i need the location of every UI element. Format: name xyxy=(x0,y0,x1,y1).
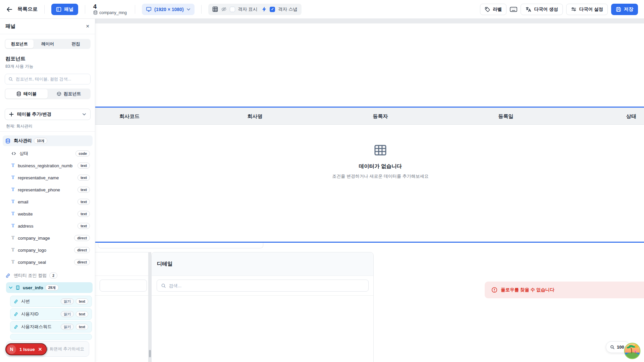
panel-button-label: 패널 xyxy=(64,6,73,12)
divider xyxy=(0,131,95,132)
column-row[interactable]: T representative_phone text xyxy=(9,184,93,195)
grid-column-header[interactable]: 회사명 xyxy=(192,113,318,120)
error-toast: 플로우를 찾을 수 없습니다 xyxy=(485,282,644,298)
save-button[interactable]: 저장 xyxy=(611,4,638,15)
count-badge: 2 xyxy=(49,273,57,279)
type-badge: text xyxy=(77,175,90,181)
plus-icon xyxy=(9,112,14,117)
eye-off-icon xyxy=(221,6,227,12)
design-canvas[interactable]: 회사코드 회사명 등록자 등록일 상태 데이터가 없습니다 조건을 변경하거나 … xyxy=(0,19,644,362)
detail-search-box[interactable] xyxy=(157,280,369,292)
save-floppy-icon xyxy=(616,7,621,12)
panel-tabs: 컴포넌트 레이어 편집 xyxy=(5,39,91,49)
detail-header: 디테일 xyxy=(152,252,373,276)
table-group-row[interactable]: 회사관리 10개 xyxy=(3,135,93,146)
divider xyxy=(135,5,135,14)
text-type-icon: T xyxy=(11,223,14,229)
text-type-icon: T xyxy=(11,259,14,265)
readonly-badge: 읽기 xyxy=(61,324,74,330)
grid-icon xyxy=(212,6,218,12)
type-badge: text xyxy=(77,199,90,205)
column-row[interactable]: T representative_name text xyxy=(9,172,93,183)
close-icon[interactable]: ✕ xyxy=(38,347,42,352)
selection-border-bottom xyxy=(67,242,644,243)
type-badge: direct xyxy=(74,247,90,253)
column-row[interactable]: 상태 code xyxy=(9,148,93,159)
source-mode-toggle: 테이블 컴포넌트 xyxy=(5,88,91,99)
column-row[interactable]: T website text xyxy=(9,208,93,219)
island-sticker-button[interactable] xyxy=(624,343,641,359)
keyboard-shortcuts-icon[interactable] xyxy=(510,6,517,12)
column-row[interactable]: T business_registration_numb text xyxy=(9,160,93,171)
empty-state-title: 데이터가 없습니다 xyxy=(67,163,644,170)
column-row[interactable]: T company_logo direct xyxy=(9,245,93,255)
panel-search-box[interactable] xyxy=(5,74,91,84)
divider xyxy=(201,5,202,14)
panel-search-input[interactable] xyxy=(16,77,87,81)
join-column-row-clipped[interactable] xyxy=(10,334,92,340)
grid-column-header[interactable]: 등록일 xyxy=(443,113,569,120)
tab-edit[interactable]: 편집 xyxy=(62,40,90,48)
type-badge: text xyxy=(76,298,88,305)
sliders-icon xyxy=(571,6,577,12)
scrollbar-thumb[interactable] xyxy=(149,350,151,357)
back-arrow-icon[interactable] xyxy=(6,6,13,13)
join-table-name: user_info xyxy=(23,285,43,290)
panel-title: 패널 xyxy=(5,23,15,29)
join-column-name: 사번 xyxy=(21,298,30,304)
column-name: business_registration_numb xyxy=(18,163,72,168)
type-badge: code xyxy=(75,150,90,157)
label-button[interactable]: 라벨 xyxy=(480,4,506,15)
column-row[interactable]: T company_seal direct xyxy=(9,257,93,267)
join-column-row[interactable]: 사용자ID 읽기 text xyxy=(10,308,92,320)
device-size-label: (644 × 362) xyxy=(154,7,184,12)
left-list-search-input[interactable] xyxy=(100,280,147,292)
search-icon xyxy=(8,77,13,81)
column-name: company_seal xyxy=(18,260,46,265)
table-group-name: 회사관리 xyxy=(14,138,32,144)
device-size-selector[interactable]: (644 × 362) xyxy=(142,4,195,15)
join-columns-group: 엔티티 조인 컬럼 2 xyxy=(3,271,93,280)
detail-search-input[interactable] xyxy=(169,283,364,288)
column-row[interactable]: T address text xyxy=(9,221,93,231)
tag-icon xyxy=(485,7,490,12)
join-column-row[interactable]: 사용자패스워드 읽기 text xyxy=(10,321,92,333)
tab-components[interactable]: 컴포넌트 xyxy=(5,40,34,48)
vertical-scrollbar[interactable] xyxy=(149,252,151,362)
join-column-row[interactable]: 사번 읽기 text xyxy=(10,296,92,307)
join-group-name: 엔티티 조인 컬럼 xyxy=(14,273,47,279)
grid-snap-checkbox[interactable]: ✓ xyxy=(270,7,275,12)
i18n-generate-text: 다국어 생성 xyxy=(534,6,558,12)
readonly-badge: 읽기 xyxy=(61,298,74,305)
grid-column-header[interactable]: 등록자 xyxy=(318,113,443,120)
i18n-settings-text: 다국어 설정 xyxy=(579,6,603,12)
column-row[interactable]: T company_image direct xyxy=(9,233,93,243)
i18n-generate-button[interactable]: 다국어 생성 xyxy=(521,4,562,15)
page-title: 4 xyxy=(93,3,127,10)
grid-settings-group: 격자 표시 ✓ 격자 스냅 xyxy=(208,4,302,15)
database-icon xyxy=(5,138,10,143)
tab-layers[interactable]: 레이어 xyxy=(34,40,62,48)
detail-component[interactable]: 디테일 xyxy=(151,252,374,362)
current-table-label: 현재: 회사관리 xyxy=(6,123,33,129)
back-to-list-link[interactable]: 목록으로 xyxy=(17,6,38,12)
close-icon[interactable]: ✕ xyxy=(86,24,90,29)
grid-column-header[interactable]: 상태 xyxy=(569,113,644,120)
add-table-dropdown[interactable]: 테이블 추가/변경 xyxy=(5,109,91,120)
mode-table-button[interactable]: 테이블 xyxy=(5,89,48,99)
mode-component-button[interactable]: 컴포넌트 xyxy=(48,89,90,99)
grid-footer-sliver xyxy=(98,243,263,248)
column-name: website xyxy=(18,212,33,217)
lightning-icon xyxy=(262,7,267,12)
panel-toggle-button[interactable]: 패널 xyxy=(51,4,78,15)
divider xyxy=(44,5,45,14)
issue-tool-logo: N xyxy=(7,345,16,354)
issue-counter-pill[interactable]: N 1 Issue ✕ xyxy=(5,343,47,355)
data-grid-component[interactable]: 회사코드 회사명 등록자 등록일 상태 xyxy=(67,108,644,125)
column-row[interactable]: T email text xyxy=(9,196,93,207)
i18n-settings-button[interactable]: 다국어 설정 xyxy=(566,4,608,15)
join-table-row[interactable]: user_info 29개 xyxy=(6,282,93,293)
empty-state-subtitle: 조건을 변경하거나 새로운 데이터를 추가해보세요 xyxy=(67,173,644,179)
column-name: company_logo xyxy=(18,248,46,253)
grid-show-checkbox[interactable] xyxy=(230,7,235,12)
